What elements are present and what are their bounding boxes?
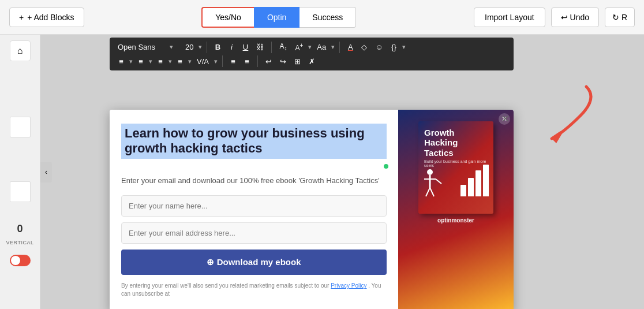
content-area: Open Sans ▾ 20 ▾ B i U ⛓ A↕ A+ ▾ Aa ▾ A … — [40, 35, 644, 309]
format-row-2: ≡ ▾ ≡ ▾ ≡ ▾ ≡ ▾ V/A ▾ ≡ ≡ ↩ ↪ ⊞ ✗ — [115, 55, 508, 67]
valign-button[interactable]: V/A — [194, 56, 212, 67]
code-arrow[interactable]: ▾ — [402, 43, 406, 51]
code-button[interactable]: {} — [388, 42, 400, 53]
sidebar-home-icon[interactable]: ⌂ — [10, 40, 31, 61]
ol-arrow[interactable]: ▾ — [129, 58, 133, 65]
bold-button[interactable]: B — [212, 42, 223, 53]
font-size-value[interactable]: 20 — [182, 42, 196, 53]
ul-list-button[interactable]: ≡ — [135, 56, 147, 67]
italic-button[interactable]: i — [226, 42, 237, 53]
grid-button[interactable]: ⊞ — [291, 56, 304, 67]
popup-subtitle: Enter your email and download our 100% f… — [121, 175, 387, 187]
home-icon: ⌂ — [17, 46, 23, 56]
left-sidebar: ⌂ 0 VERTICAL ‹ — [0, 35, 40, 309]
separator-5 — [257, 55, 258, 67]
popup-title: Learn how to grow your business using gr… — [121, 124, 387, 159]
svg-line-3 — [426, 188, 430, 196]
font-family-select[interactable]: Open Sans — [115, 42, 167, 53]
privacy-policy-link[interactable]: Privacy Policy — [331, 282, 366, 289]
separator-3 — [339, 42, 340, 53]
align-arrow[interactable]: ▾ — [169, 58, 172, 65]
annotation-arrow — [506, 81, 598, 158]
book-cover: Growth Hacking Tactics Build your busine… — [418, 121, 493, 214]
book-figure — [423, 167, 446, 202]
font-size-arrow[interactable]: ▾ — [199, 43, 202, 51]
format-row-1: Open Sans ▾ 20 ▾ B i U ⛓ A↕ A+ ▾ Aa ▾ A … — [115, 41, 508, 53]
separator-1 — [207, 42, 207, 53]
align-right-button[interactable]: ≡ — [241, 56, 253, 67]
main-layout: ⌂ 0 VERTICAL ‹ Open Sans ▾ 20 ▾ B i — [0, 35, 644, 309]
separator-4 — [222, 55, 223, 67]
underline-button[interactable]: U — [239, 42, 251, 53]
font-grow-button[interactable]: A+ — [292, 41, 306, 53]
svg-line-4 — [430, 188, 434, 196]
align-center-button[interactable]: ≡ — [227, 56, 239, 67]
tab-optin[interactable]: Optin — [254, 7, 299, 28]
tab-group: Yes/No Optin Success — [90, 7, 469, 28]
format-toolbar: Open Sans ▾ 20 ▾ B i U ⛓ A↕ A+ ▾ Aa ▾ A … — [110, 38, 514, 70]
font-case-button[interactable]: Aa — [314, 42, 329, 53]
font-case-arrow[interactable]: ▾ — [331, 43, 335, 51]
ol-list-button[interactable]: ≡ — [115, 56, 127, 67]
ul-arrow[interactable]: ▾ — [149, 58, 152, 65]
popup-card: ✕ Learn how to grow your business using … — [110, 110, 514, 309]
clear-format-button[interactable]: ✗ — [306, 56, 318, 67]
svg-point-0 — [427, 169, 433, 175]
emoji-button[interactable]: ☺ — [372, 42, 385, 53]
vertical-label: VERTICAL — [6, 240, 34, 245]
name-input[interactable] — [121, 195, 387, 217]
add-blocks-label: + Add Blocks — [27, 13, 74, 22]
sidebar-box-1 — [10, 117, 31, 137]
popup-right-panel: ✕ Growth Hacking Tactics Build your busi… — [398, 110, 514, 309]
email-input[interactable] — [121, 222, 387, 244]
bar-2 — [468, 178, 474, 196]
font-color-button[interactable]: A — [345, 42, 356, 53]
separator-2 — [271, 42, 272, 53]
book-subtitle2: Tactics — [424, 148, 454, 158]
tab-success[interactable]: Success — [299, 7, 356, 28]
plus-icon: + — [19, 13, 24, 22]
indent-arrow[interactable]: ▾ — [188, 58, 192, 65]
font-grow-arrow[interactable]: ▾ — [308, 43, 312, 51]
sidebar-collapse-arrow[interactable]: ‹ — [40, 162, 52, 183]
indent-button[interactable]: ≡ — [174, 56, 186, 67]
close-button[interactable]: ✕ — [501, 113, 509, 124]
tab-yes-no[interactable]: Yes/No — [201, 7, 254, 28]
fine-print: By entering your email we'll also send y… — [121, 282, 387, 298]
sidebar-num: 0 — [17, 223, 23, 235]
book-chart — [460, 165, 489, 196]
redo-button[interactable]: ↻ R — [605, 8, 635, 27]
link-button[interactable]: ⛓ — [253, 42, 267, 53]
toggle-switch[interactable] — [10, 255, 31, 266]
align-left-button[interactable]: ≡ — [155, 56, 166, 67]
import-layout-button[interactable]: Import Layout — [474, 8, 545, 27]
sidebar-box-2 — [10, 181, 31, 202]
valign-arrow[interactable]: ▾ — [214, 58, 218, 65]
highlight-button[interactable]: ◇ — [358, 42, 370, 53]
redo-format-button[interactable]: ↪ — [277, 56, 289, 67]
undo-format-button[interactable]: ↩ — [263, 56, 275, 67]
bar-4 — [483, 165, 489, 196]
add-blocks-button[interactable]: + + Add Blocks — [9, 8, 84, 27]
top-bar: + + Add Blocks Yes/No Optin Success Impo… — [0, 0, 644, 35]
font-size-icon-button[interactable]: A↕ — [276, 41, 290, 53]
toggle-container — [10, 255, 31, 266]
bar-3 — [475, 170, 481, 196]
green-dot — [384, 164, 388, 169]
book-title: Growth Hacking — [424, 128, 488, 147]
optinmonster-logo: optinmonster — [437, 217, 474, 224]
font-size-dropdown[interactable]: ▾ — [170, 43, 173, 51]
cta-button[interactable]: ⊕ Download my ebook — [121, 250, 387, 275]
undo-button[interactable]: ↩ Undo — [551, 8, 599, 27]
bar-1 — [460, 185, 466, 196]
popup-left-panel: ✕ Learn how to grow your business using … — [110, 110, 398, 309]
svg-line-5 — [436, 179, 441, 184]
